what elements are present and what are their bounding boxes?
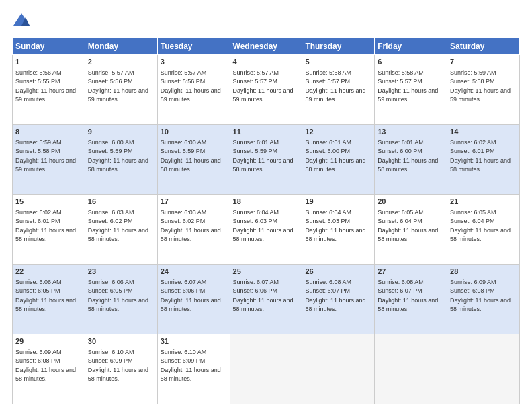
day-number: 14 xyxy=(450,127,517,137)
calendar-day-cell: 24 Sunrise: 6:07 AMSunset: 6:06 PMDaylig… xyxy=(157,265,230,334)
calendar-day-cell: 27 Sunrise: 6:08 AMSunset: 6:07 PMDaylig… xyxy=(375,265,447,334)
calendar-day-cell: 1 Sunrise: 5:56 AMSunset: 5:55 PMDayligh… xyxy=(13,55,85,125)
calendar-day-cell: 21 Sunrise: 6:05 AMSunset: 6:04 PMDaylig… xyxy=(447,195,520,265)
day-info: Sunrise: 5:59 AMSunset: 5:58 PMDaylight:… xyxy=(450,69,511,103)
day-info: Sunrise: 6:08 AMSunset: 6:07 PMDaylight:… xyxy=(378,279,438,313)
day-number: 9 xyxy=(88,127,154,137)
day-number: 1 xyxy=(15,57,82,67)
day-number: 20 xyxy=(378,197,444,207)
day-info: Sunrise: 6:02 AMSunset: 6:01 PMDaylight:… xyxy=(15,209,76,243)
calendar-day-cell: 29 Sunrise: 6:09 AMSunset: 6:08 PMDaylig… xyxy=(13,334,85,404)
day-number: 27 xyxy=(378,267,444,277)
calendar-header-saturday: Saturday xyxy=(447,38,520,55)
calendar-day-cell: 4 Sunrise: 5:57 AMSunset: 5:57 PMDayligh… xyxy=(230,55,302,125)
day-number: 11 xyxy=(233,127,300,137)
calendar-week-row: 29 Sunrise: 6:09 AMSunset: 6:08 PMDaylig… xyxy=(13,334,520,404)
calendar-week-row: 8 Sunrise: 5:59 AMSunset: 5:58 PMDayligh… xyxy=(13,125,520,195)
calendar-day-cell: 23 Sunrise: 6:06 AMSunset: 6:05 PMDaylig… xyxy=(85,265,157,334)
day-number: 17 xyxy=(161,197,227,207)
calendar-day-cell: 9 Sunrise: 6:00 AMSunset: 5:59 PMDayligh… xyxy=(85,125,157,195)
day-number: 10 xyxy=(161,127,227,137)
day-number: 19 xyxy=(305,197,371,207)
calendar-day-cell: 6 Sunrise: 5:58 AMSunset: 5:57 PMDayligh… xyxy=(375,55,447,125)
day-info: Sunrise: 6:06 AMSunset: 6:05 PMDaylight:… xyxy=(88,279,148,313)
calendar-header-thursday: Thursday xyxy=(302,38,375,55)
day-info: Sunrise: 6:00 AMSunset: 5:59 PMDaylight:… xyxy=(161,139,221,173)
calendar-day-cell: 7 Sunrise: 5:59 AMSunset: 5:58 PMDayligh… xyxy=(447,55,520,125)
day-info: Sunrise: 5:57 AMSunset: 5:56 PMDaylight:… xyxy=(88,69,148,103)
day-info: Sunrise: 6:01 AMSunset: 6:00 PMDaylight:… xyxy=(305,139,365,173)
day-info: Sunrise: 6:05 AMSunset: 6:04 PMDaylight:… xyxy=(378,209,438,243)
day-number: 15 xyxy=(15,197,82,207)
calendar-day-cell xyxy=(375,334,447,404)
day-number: 23 xyxy=(88,267,154,277)
calendar-day-cell xyxy=(302,334,375,404)
day-number: 5 xyxy=(305,57,371,67)
calendar-header-friday: Friday xyxy=(375,38,447,55)
logo xyxy=(12,12,34,31)
calendar-day-cell: 22 Sunrise: 6:06 AMSunset: 6:05 PMDaylig… xyxy=(13,265,85,334)
calendar-day-cell: 31 Sunrise: 6:10 AMSunset: 6:09 PMDaylig… xyxy=(157,334,230,404)
day-number: 22 xyxy=(15,267,82,277)
day-info: Sunrise: 6:08 AMSunset: 6:07 PMDaylight:… xyxy=(305,279,365,313)
day-number: 21 xyxy=(450,197,517,207)
calendar-header-sunday: Sunday xyxy=(13,38,85,55)
calendar-day-cell: 17 Sunrise: 6:03 AMSunset: 6:02 PMDaylig… xyxy=(157,195,230,265)
day-info: Sunrise: 6:09 AMSunset: 6:08 PMDaylight:… xyxy=(450,279,511,313)
day-info: Sunrise: 6:01 AMSunset: 5:59 PMDaylight:… xyxy=(233,139,294,173)
day-info: Sunrise: 6:00 AMSunset: 5:59 PMDaylight:… xyxy=(88,139,148,173)
day-info: Sunrise: 6:07 AMSunset: 6:06 PMDaylight:… xyxy=(161,279,221,313)
day-number: 7 xyxy=(450,57,517,67)
calendar-day-cell: 13 Sunrise: 6:01 AMSunset: 6:00 PMDaylig… xyxy=(375,125,447,195)
day-info: Sunrise: 5:56 AMSunset: 5:55 PMDaylight:… xyxy=(15,69,76,103)
day-number: 12 xyxy=(305,127,371,137)
calendar-day-cell: 2 Sunrise: 5:57 AMSunset: 5:56 PMDayligh… xyxy=(85,55,157,125)
calendar-day-cell xyxy=(447,334,520,404)
day-number: 16 xyxy=(88,197,154,207)
day-number: 18 xyxy=(233,197,300,207)
day-number: 30 xyxy=(88,336,154,347)
calendar-day-cell: 25 Sunrise: 6:07 AMSunset: 6:06 PMDaylig… xyxy=(230,265,302,334)
day-info: Sunrise: 6:03 AMSunset: 6:02 PMDaylight:… xyxy=(88,209,148,243)
day-number: 28 xyxy=(450,267,517,277)
calendar-day-cell: 10 Sunrise: 6:00 AMSunset: 5:59 PMDaylig… xyxy=(157,125,230,195)
day-info: Sunrise: 6:10 AMSunset: 6:09 PMDaylight:… xyxy=(88,349,148,383)
calendar-day-cell xyxy=(230,334,302,404)
day-number: 4 xyxy=(233,57,300,67)
calendar-week-row: 15 Sunrise: 6:02 AMSunset: 6:01 PMDaylig… xyxy=(13,195,520,265)
header xyxy=(12,12,520,31)
day-number: 8 xyxy=(15,127,82,137)
day-info: Sunrise: 6:06 AMSunset: 6:05 PMDaylight:… xyxy=(15,279,76,313)
day-info: Sunrise: 6:05 AMSunset: 6:04 PMDaylight:… xyxy=(450,209,511,243)
calendar-week-row: 22 Sunrise: 6:06 AMSunset: 6:05 PMDaylig… xyxy=(13,265,520,334)
calendar-header-tuesday: Tuesday xyxy=(157,38,230,55)
day-info: Sunrise: 5:59 AMSunset: 5:58 PMDaylight:… xyxy=(15,139,76,173)
calendar-day-cell: 12 Sunrise: 6:01 AMSunset: 6:00 PMDaylig… xyxy=(302,125,375,195)
calendar-table: SundayMondayTuesdayWednesdayThursdayFrid… xyxy=(12,38,520,404)
calendar-day-cell: 3 Sunrise: 5:57 AMSunset: 5:56 PMDayligh… xyxy=(157,55,230,125)
day-info: Sunrise: 6:02 AMSunset: 6:01 PMDaylight:… xyxy=(450,139,511,173)
day-number: 13 xyxy=(378,127,444,137)
day-number: 29 xyxy=(15,336,82,347)
calendar-day-cell: 30 Sunrise: 6:10 AMSunset: 6:09 PMDaylig… xyxy=(85,334,157,404)
calendar-day-cell: 28 Sunrise: 6:09 AMSunset: 6:08 PMDaylig… xyxy=(447,265,520,334)
calendar-day-cell: 5 Sunrise: 5:58 AMSunset: 5:57 PMDayligh… xyxy=(302,55,375,125)
day-info: Sunrise: 6:04 AMSunset: 6:03 PMDaylight:… xyxy=(233,209,294,243)
calendar-header-row: SundayMondayTuesdayWednesdayThursdayFrid… xyxy=(13,38,520,55)
calendar-day-cell: 16 Sunrise: 6:03 AMSunset: 6:02 PMDaylig… xyxy=(85,195,157,265)
day-info: Sunrise: 5:57 AMSunset: 5:56 PMDaylight:… xyxy=(161,69,221,103)
logo-icon xyxy=(12,12,31,31)
calendar-day-cell: 19 Sunrise: 6:04 AMSunset: 6:03 PMDaylig… xyxy=(302,195,375,265)
calendar-day-cell: 14 Sunrise: 6:02 AMSunset: 6:01 PMDaylig… xyxy=(447,125,520,195)
day-info: Sunrise: 6:03 AMSunset: 6:02 PMDaylight:… xyxy=(161,209,221,243)
page-container: SundayMondayTuesdayWednesdayThursdayFrid… xyxy=(0,0,532,411)
calendar-day-cell: 18 Sunrise: 6:04 AMSunset: 6:03 PMDaylig… xyxy=(230,195,302,265)
calendar-header-monday: Monday xyxy=(85,38,157,55)
day-info: Sunrise: 5:58 AMSunset: 5:57 PMDaylight:… xyxy=(378,69,438,103)
day-info: Sunrise: 6:09 AMSunset: 6:08 PMDaylight:… xyxy=(15,349,76,383)
calendar-day-cell: 11 Sunrise: 6:01 AMSunset: 5:59 PMDaylig… xyxy=(230,125,302,195)
day-number: 6 xyxy=(378,57,444,67)
calendar-day-cell: 20 Sunrise: 6:05 AMSunset: 6:04 PMDaylig… xyxy=(375,195,447,265)
calendar-week-row: 1 Sunrise: 5:56 AMSunset: 5:55 PMDayligh… xyxy=(13,55,520,125)
day-number: 31 xyxy=(161,336,227,347)
